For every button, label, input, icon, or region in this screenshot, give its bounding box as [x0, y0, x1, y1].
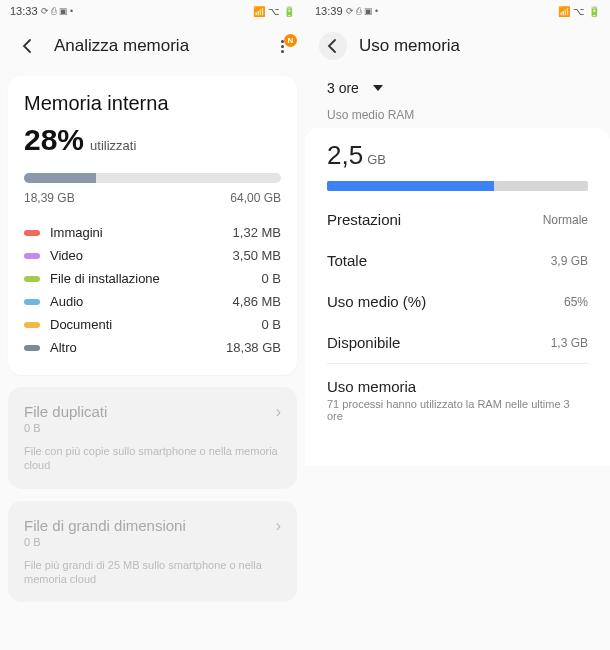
- category-pill-icon: [24, 230, 40, 236]
- category-name: File di installazione: [50, 271, 261, 286]
- chevron-left-icon: [20, 38, 36, 54]
- storage-percent-label: utilizzati: [90, 138, 136, 153]
- mem-use-desc: 71 processi hanno utilizzato la RAM nell…: [327, 398, 588, 422]
- kv-row: Totale3,9 GB: [305, 240, 610, 281]
- category-name: Immagini: [50, 225, 233, 240]
- dup-desc: File con più copie sullo smartphone o ne…: [24, 444, 281, 473]
- kv-key: Prestazioni: [327, 211, 401, 228]
- category-row[interactable]: Altro18,38 GB: [24, 336, 281, 359]
- ram-bar: [327, 181, 588, 191]
- kv-row: Disponibile1,3 GB: [305, 322, 610, 363]
- more-button[interactable]: N: [273, 40, 291, 53]
- notification-badge: N: [284, 34, 297, 47]
- ram-panel: 2,5 GB PrestazioniNormaleTotale3,9 GBUso…: [305, 128, 610, 466]
- category-row[interactable]: Audio4,86 MB: [24, 290, 281, 313]
- duplicate-files-card[interactable]: File duplicati 0 B › File con più copie …: [8, 387, 297, 489]
- category-pill-icon: [24, 299, 40, 305]
- category-name: Altro: [50, 340, 226, 355]
- status-bar: 13:39 ⟳ ⎙ ▣ • 📶 ⌥ 🔋: [305, 0, 610, 22]
- back-button[interactable]: [14, 32, 42, 60]
- status-right-icons: 📶 ⌥ 🔋: [253, 6, 295, 17]
- screen-ram-usage: 13:39 ⟳ ⎙ ▣ • 📶 ⌥ 🔋 Uso memoria 3 ore Us…: [305, 0, 610, 650]
- kv-key: Totale: [327, 252, 367, 269]
- category-pill-icon: [24, 345, 40, 351]
- app-bar: Uso memoria: [305, 22, 610, 70]
- kv-value: 3,9 GB: [551, 254, 588, 268]
- storage-total: 64,00 GB: [230, 191, 281, 205]
- category-pill-icon: [24, 322, 40, 328]
- status-right-icons: 📶 ⌥ 🔋: [558, 6, 600, 17]
- status-left-icons: ⟳ ⎙ ▣ •: [346, 6, 379, 16]
- status-time: 13:33: [10, 5, 38, 17]
- page-title: Uso memoria: [359, 36, 596, 56]
- dup-sub: 0 B: [24, 422, 107, 434]
- mem-use-title: Uso memoria: [327, 378, 588, 395]
- kv-value: Normale: [543, 213, 588, 227]
- time-range-value: 3 ore: [327, 80, 359, 96]
- storage-bar-fill: [24, 173, 96, 183]
- category-row[interactable]: Immagini1,32 MB: [24, 221, 281, 244]
- kv-key: Uso medio (%): [327, 293, 426, 310]
- category-value: 4,86 MB: [233, 294, 281, 309]
- chevron-left-icon: [325, 38, 341, 54]
- category-value: 0 B: [261, 271, 281, 286]
- category-pill-icon: [24, 276, 40, 282]
- memory-usage-link[interactable]: Uso memoria 71 processi hanno utilizzato…: [305, 364, 610, 436]
- large-files-card[interactable]: File di grandi dimensioni 0 B › File più…: [8, 501, 297, 603]
- category-row[interactable]: File di installazione0 B: [24, 267, 281, 290]
- category-name: Documenti: [50, 317, 261, 332]
- category-row[interactable]: Documenti0 B: [24, 313, 281, 336]
- kv-value: 65%: [564, 295, 588, 309]
- status-bar: 13:33 ⟳ ⎙ ▣ • 📶 ⌥ 🔋: [0, 0, 305, 22]
- status-left-icons: ⟳ ⎙ ▣ •: [41, 6, 74, 16]
- kv-list: PrestazioniNormaleTotale3,9 GBUso medio …: [305, 199, 610, 363]
- category-value: 18,38 GB: [226, 340, 281, 355]
- chevron-right-icon: ›: [276, 517, 281, 535]
- large-desc: File più grandi di 25 MB sullo smartphon…: [24, 558, 281, 587]
- back-button[interactable]: [319, 32, 347, 60]
- category-row[interactable]: Video3,50 MB: [24, 244, 281, 267]
- storage-card: Memoria interna 28% utilizzati 18,39 GB …: [8, 76, 297, 375]
- category-value: 0 B: [261, 317, 281, 332]
- screen-analyze-storage: 13:33 ⟳ ⎙ ▣ • 📶 ⌥ 🔋 Analizza memoria N M…: [0, 0, 305, 650]
- ram-value: 2,5: [327, 140, 363, 171]
- status-time: 13:39: [315, 5, 343, 17]
- large-title: File di grandi dimensioni: [24, 517, 186, 534]
- page-title: Analizza memoria: [54, 36, 261, 56]
- ram-unit: GB: [367, 152, 386, 167]
- kv-value: 1,3 GB: [551, 336, 588, 350]
- section-label: Uso medio RAM: [305, 100, 610, 128]
- caret-down-icon: [373, 85, 383, 91]
- category-name: Video: [50, 248, 233, 263]
- storage-used: 18,39 GB: [24, 191, 75, 205]
- category-list: Immagini1,32 MBVideo3,50 MBFile di insta…: [24, 221, 281, 359]
- time-range-selector[interactable]: 3 ore: [305, 70, 610, 100]
- chevron-right-icon: ›: [276, 403, 281, 421]
- category-name: Audio: [50, 294, 233, 309]
- kv-key: Disponibile: [327, 334, 400, 351]
- category-value: 1,32 MB: [233, 225, 281, 240]
- large-sub: 0 B: [24, 536, 186, 548]
- dup-title: File duplicati: [24, 403, 107, 420]
- storage-percent: 28%: [24, 123, 84, 157]
- kv-row: PrestazioniNormale: [305, 199, 610, 240]
- kv-row: Uso medio (%)65%: [305, 281, 610, 322]
- storage-title: Memoria interna: [24, 92, 281, 115]
- category-pill-icon: [24, 253, 40, 259]
- app-bar: Analizza memoria N: [0, 22, 305, 70]
- storage-bar: [24, 173, 281, 183]
- category-value: 3,50 MB: [233, 248, 281, 263]
- ram-bar-fill: [327, 181, 494, 191]
